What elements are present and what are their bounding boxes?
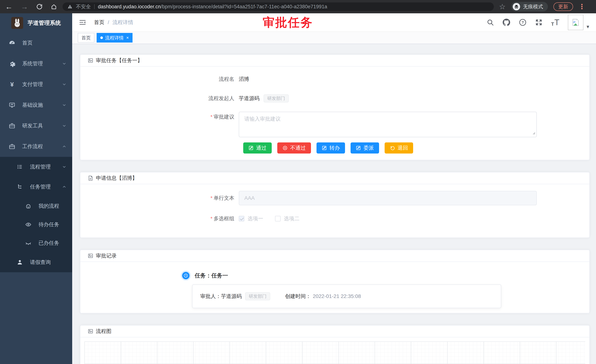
field-label: *审批建议 xyxy=(88,112,239,122)
svg-text:?: ? xyxy=(522,20,524,24)
logo-image xyxy=(11,17,23,29)
sidebar-item-payment[interactable]: ¥ 支付管理 xyxy=(0,74,72,95)
approval-task-card: 审批任务【任务一】 流程名 滔博 流程发起人 芋道源码 研发部门 xyxy=(80,54,590,160)
checkbox-group-row: *多选框组 选项一 选项二 xyxy=(88,213,582,224)
tabs-view: 首页 流程详情 × xyxy=(72,31,596,44)
delegate-button[interactable]: 委派 xyxy=(350,142,379,153)
card-body xyxy=(80,337,589,364)
field-label: 流程名 xyxy=(88,74,239,84)
bpmn-canvas[interactable] xyxy=(84,342,585,364)
sidebar-item-devtools[interactable]: 研发工具 xyxy=(0,116,72,136)
initiator-name: 芋道源码 xyxy=(239,93,260,104)
sidebar-item-done-tasks[interactable]: 已办任务 xyxy=(0,234,72,252)
checkbox-label: 选项二 xyxy=(284,215,299,222)
chevron-down-icon xyxy=(62,103,67,108)
chevron-down-icon xyxy=(62,61,67,66)
apply-info-card: 申请信息【滔博】 *单行文本 *多选框组 xyxy=(80,172,590,238)
sidebar-item-my-process[interactable]: 我的流程 xyxy=(0,197,72,215)
sidebar-logo[interactable]: 芋道管理系统 xyxy=(0,13,72,33)
record-detail-card: 审批人：芋道源码 研发部门 创建时间： 2022-01-21 22:35:08 xyxy=(192,284,501,308)
search-icon[interactable] xyxy=(487,19,494,26)
sidebar-item-label: 工作流程 xyxy=(22,143,43,150)
font-size-icon[interactable]: TT xyxy=(551,18,559,26)
card-body: *单行文本 *多选框组 选项一 xyxy=(80,184,589,238)
back-icon[interactable]: ← xyxy=(5,3,13,10)
card-body: 任务：任务一 审批人：芋道源码 研发部门 创建时间： 2022-01-21 22… xyxy=(80,262,589,313)
dashboard-icon xyxy=(8,40,16,46)
opinion-row: *审批建议 xyxy=(88,112,582,137)
yen-icon: ¥ xyxy=(8,81,16,87)
tab-label: 流程详情 xyxy=(105,35,124,41)
tab-home[interactable]: 首页 xyxy=(78,33,94,43)
approver-label: 审批人： xyxy=(200,293,221,300)
tab-close-icon[interactable]: × xyxy=(126,35,129,40)
sidebar-item-home[interactable]: 首页 xyxy=(0,33,72,53)
home-icon[interactable] xyxy=(51,4,57,10)
card-title: 申请信息【滔博】 xyxy=(96,175,137,182)
page-content: 审批任务【任务一】 流程名 滔博 流程发起人 芋道源码 研发部门 xyxy=(72,44,596,364)
field-label: *单行文本 xyxy=(88,193,239,203)
fullscreen-icon[interactable] xyxy=(535,19,543,26)
card-header: 申请信息【滔博】 xyxy=(80,172,589,184)
sidebar-menu: 首页 系统管理 ¥ 支付管理 xyxy=(0,33,72,272)
button-label: 不通过 xyxy=(290,145,306,152)
sidebar-item-leave-query[interactable]: 请假查询 xyxy=(0,252,72,272)
address-divider xyxy=(94,4,95,9)
address-bar[interactable]: 不安全 dashboard.yudao.iocoder.cn/bpm/proce… xyxy=(63,2,494,11)
approval-record-card: 审批记录 任务：任务一 xyxy=(80,250,590,313)
required-asterisk: * xyxy=(210,195,212,201)
opinion-textarea[interactable] xyxy=(239,112,537,137)
card-body: 流程名 滔博 流程发起人 芋道源码 研发部门 *审批建 xyxy=(80,66,589,160)
field-label: 流程发起人 xyxy=(88,93,239,104)
sidebar-item-label: 已办任务 xyxy=(38,240,59,247)
forward-icon[interactable]: → xyxy=(21,3,28,10)
button-label: 委派 xyxy=(364,145,374,152)
github-icon[interactable] xyxy=(503,19,510,26)
checkbox-checked-icon xyxy=(239,216,244,221)
tab-process-detail[interactable]: 流程详情 × xyxy=(97,33,133,43)
avatar-caret-icon[interactable]: ▼ xyxy=(586,24,590,29)
single-text-input xyxy=(239,191,537,205)
navbar-icons: ? TT xyxy=(487,15,590,30)
hamburger-icon[interactable] xyxy=(79,19,86,26)
transfer-button[interactable]: 转办 xyxy=(317,142,345,153)
sidebar-item-workflow[interactable]: 工作流程 xyxy=(0,136,72,157)
sidebar-item-system[interactable]: 系统管理 xyxy=(0,53,72,74)
monitor-icon xyxy=(8,102,16,108)
initiator-value: 芋道源码 研发部门 xyxy=(239,93,289,104)
help-icon[interactable]: ? xyxy=(519,19,527,26)
sidebar-item-infra[interactable]: 基础设施 xyxy=(0,95,72,116)
security-label: 不安全 xyxy=(76,3,91,10)
approve-button[interactable]: 通过 xyxy=(243,142,272,153)
task-title: 任务：任务一 xyxy=(195,272,228,279)
dept-tag: 研发部门 xyxy=(245,292,270,300)
reject-button[interactable]: 不通过 xyxy=(277,142,311,153)
workflow-submenu: 流程管理 xyxy=(0,157,72,272)
incognito-badge: 无痕模式 xyxy=(511,2,548,11)
document-icon xyxy=(88,175,93,181)
avatar[interactable] xyxy=(568,15,583,30)
browser-update-button[interactable]: 更新 xyxy=(553,2,573,11)
sidebar-item-process-mgmt[interactable]: 流程管理 xyxy=(0,157,72,177)
breadcrumb-home[interactable]: 首页 xyxy=(94,19,104,26)
reload-icon[interactable] xyxy=(36,4,43,10)
card-header: 审批记录 xyxy=(80,250,589,262)
card-header: 流程图 xyxy=(80,326,589,337)
sidebar-item-todo-tasks[interactable]: 待办任务 xyxy=(0,215,72,234)
edit-icon xyxy=(322,145,327,151)
chevron-up-icon xyxy=(62,144,67,149)
sidebar-item-task-mgmt[interactable]: 任务管理 xyxy=(0,177,72,197)
incognito-icon xyxy=(513,3,520,10)
button-label: 退回 xyxy=(398,145,408,152)
initiator-row: 流程发起人 芋道源码 研发部门 xyxy=(88,93,582,104)
browser-chrome: ← → 不安全 dashb xyxy=(0,0,596,13)
browser-menu-icon[interactable]: ⋮ xyxy=(579,3,585,11)
tree-icon xyxy=(16,164,24,170)
browser-nav-buttons: ← → xyxy=(5,3,57,10)
user-icon xyxy=(16,259,24,265)
active-tab-dot xyxy=(100,36,103,39)
checkbox-option-2: 选项二 xyxy=(275,215,299,222)
bookmark-star-icon[interactable]: ☆ xyxy=(499,3,506,10)
return-button[interactable]: 退回 xyxy=(385,142,413,153)
gear-icon xyxy=(8,60,16,67)
